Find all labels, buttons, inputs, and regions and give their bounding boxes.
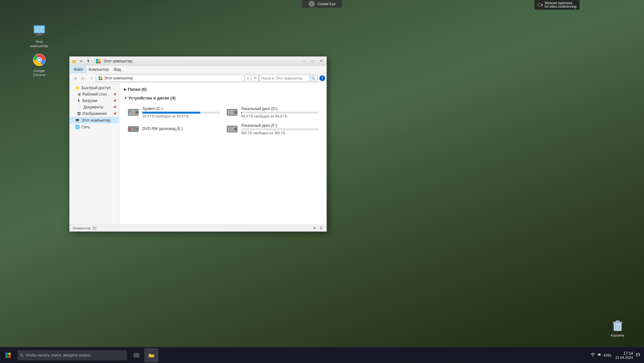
sidebar-item-images[interactable]: 🖼 Изображения 📌 xyxy=(70,110,119,117)
drive-f-name: Локальный диск (F:) xyxy=(241,123,319,128)
sidebar-item-desktop[interactable]: 🖥 Рабочий стол 📌 xyxy=(70,91,119,98)
menu-bar: Файл Компьютер Вид xyxy=(70,66,327,73)
svg-rect-26 xyxy=(99,76,100,78)
start-button[interactable] xyxy=(0,347,16,363)
drive-grid: System (C:) 22,4 ГБ свободно из 29,8 ГБ xyxy=(122,103,324,138)
refresh-button[interactable]: ↻ xyxy=(252,75,259,82)
sidebar-item-documents[interactable]: 📄 Документы 📌 xyxy=(70,104,119,110)
drive-f[interactable]: Локальный диск (F:) 365 ГБ свободно из 3… xyxy=(223,121,322,137)
sidebar-item-network[interactable]: 🌐 Сеть xyxy=(70,124,119,130)
devices-label: Устройства и диски (4) xyxy=(128,96,175,100)
svg-rect-24 xyxy=(96,61,98,63)
status-view-buttons: ⊞ ☰ xyxy=(312,225,324,231)
network-icon-tray[interactable] xyxy=(590,352,595,358)
tb-icon-pin[interactable] xyxy=(85,58,91,64)
svg-rect-16 xyxy=(616,321,620,322)
camera-icon xyxy=(308,1,315,7)
downloads-icon-small: ⬇ xyxy=(77,99,80,103)
menu-computer[interactable]: Компьютер xyxy=(86,67,111,72)
svg-rect-59 xyxy=(134,353,136,355)
svg-rect-3 xyxy=(538,4,542,6)
svg-rect-53 xyxy=(5,353,8,355)
address-text: Этот компьютер xyxy=(104,76,133,80)
svg-rect-60 xyxy=(137,353,139,355)
svg-rect-20 xyxy=(88,60,89,62)
drive-d-icon xyxy=(226,107,238,118)
svg-rect-63 xyxy=(636,353,639,356)
webcam-text: Webcam optimized for video conferencing xyxy=(545,1,576,8)
task-view-button[interactable] xyxy=(129,348,144,362)
search-go-button[interactable]: 🔍 xyxy=(309,75,316,81)
desktop: Crystal Eye Webcam optimized for video c… xyxy=(0,0,644,363)
drive-d[interactable]: Локальный диск (D:) 99,9 ГБ свободно из … xyxy=(223,104,322,120)
svg-point-48 xyxy=(137,128,138,130)
svg-point-2 xyxy=(311,4,312,5)
desktop-icon-small: 🖥 xyxy=(77,92,81,96)
this-computer-icon-small: 💻 xyxy=(75,118,80,123)
maximize-button[interactable]: □ xyxy=(308,58,317,65)
drive-d-size: 99,9 ГБ свободно из 99,9 ГБ xyxy=(241,114,319,118)
devices-section-header[interactable]: ▼ Устройства и диски (4) xyxy=(122,94,324,102)
view-large-icons[interactable]: ⊞ xyxy=(312,225,317,231)
devices-chevron: ▼ xyxy=(124,96,127,100)
notification-button[interactable] xyxy=(634,352,641,358)
menu-file[interactable]: Файл xyxy=(71,66,86,73)
taskbar-right: ENG 17:14 21.04.2024 xyxy=(590,351,644,359)
quick-access-icon: ⭐ xyxy=(75,85,80,90)
drive-c-size: 22,4 ГБ свободно из 29,8 ГБ xyxy=(142,114,220,118)
taskbar: Чтобы начать поиск, введите запрос xyxy=(0,347,644,363)
svg-rect-54 xyxy=(8,353,11,355)
taskbar-search-box[interactable]: Чтобы начать поиск, введите запрос xyxy=(17,350,127,360)
address-dropdown[interactable]: ▾ xyxy=(245,75,251,82)
drive-e[interactable]: DVD DVD RW дисковод (E:) xyxy=(125,121,223,137)
explorer-window: Этот компьютер ─ □ ✕ Файл Компьютер Вид … xyxy=(69,56,327,232)
svg-rect-56 xyxy=(8,356,11,358)
pin-icon-downloads: 📌 xyxy=(113,99,117,102)
search-input[interactable] xyxy=(261,76,309,80)
sidebar-item-this-computer[interactable]: 💻 Этот компьютер xyxy=(70,117,119,124)
sidebar-item-downloads[interactable]: ⬇ Загрузки 📌 xyxy=(70,98,119,104)
title-separator-1 xyxy=(94,59,94,64)
svg-rect-6 xyxy=(34,26,44,33)
svg-rect-25 xyxy=(99,61,101,63)
close-button[interactable]: ✕ xyxy=(317,58,325,65)
sidebar-item-quick-access[interactable]: ⭐ Быстрый доступ xyxy=(70,84,119,91)
view-details[interactable]: ☰ xyxy=(318,225,324,231)
svg-rect-28 xyxy=(99,78,100,80)
drive-f-bar-wrap xyxy=(241,128,319,130)
language-label: ENG xyxy=(604,353,611,357)
drive-d-name: Локальный диск (D:) xyxy=(241,107,319,111)
drive-e-info: DVD RW дисковод (E:) xyxy=(142,126,220,132)
address-chevron: › xyxy=(135,77,136,80)
minimize-button[interactable]: ─ xyxy=(300,58,308,65)
tb-icon-down[interactable] xyxy=(78,58,84,64)
address-bar: ◀ ▶ ↑ Этот компьютер › ▾ ↻ 🔍 ? xyxy=(70,73,327,83)
volume-icon-tray[interactable] xyxy=(597,352,602,358)
network-icon-small: 🌐 xyxy=(75,125,80,129)
windows-logo xyxy=(96,59,101,64)
recycle-bin-icon[interactable]: Корзина xyxy=(611,318,625,337)
taskbar-explorer-button[interactable] xyxy=(144,348,158,362)
tb-icon-folder[interactable] xyxy=(71,58,77,64)
menu-view[interactable]: Вид xyxy=(111,67,124,72)
drive-c[interactable]: System (C:) 22,4 ГБ свободно из 29,8 ГБ xyxy=(125,104,223,120)
drive-f-icon xyxy=(226,123,238,135)
sys-tray-icons: ENG xyxy=(590,352,611,358)
desktop-icon-computer[interactable]: Этоткомпьютер xyxy=(26,22,52,50)
folders-section-header[interactable]: ▶ Папки (6) xyxy=(122,86,324,93)
help-button[interactable]: ? xyxy=(319,75,325,81)
sidebar-label-downloads: Загрузки xyxy=(82,98,111,103)
up-button[interactable]: ↑ xyxy=(88,74,95,82)
forward-button[interactable]: ▶ xyxy=(79,74,87,82)
drive-f-info: Локальный диск (F:) 365 ГБ свободно из 3… xyxy=(241,123,319,135)
computer-icon xyxy=(32,23,47,39)
svg-rect-55 xyxy=(5,356,8,358)
sidebar-label-desktop: Рабочий стол xyxy=(82,92,111,97)
address-box: Этот компьютер › xyxy=(96,75,245,82)
svg-rect-22 xyxy=(96,59,98,61)
back-button[interactable]: ◀ xyxy=(71,74,79,82)
crystal-eye-bar: Crystal Eye xyxy=(302,0,342,8)
desktop-icon-chrome[interactable]: Google Chrome xyxy=(26,51,52,79)
drive-d-bar xyxy=(241,112,242,114)
taskbar-clock[interactable]: 17:14 21.04.2024 xyxy=(615,351,633,359)
